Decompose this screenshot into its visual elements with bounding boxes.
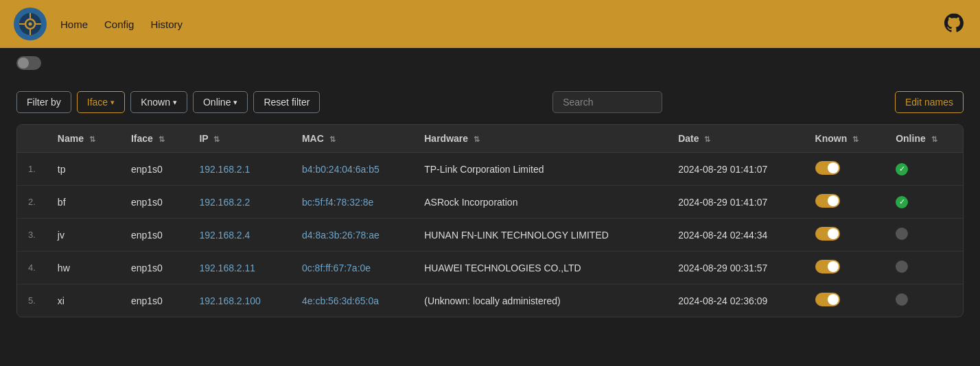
- table-row: 5.xienp1s0192.168.2.1004e:cb:56:3d:65:0a…: [17, 284, 963, 317]
- offline-indicator: [896, 260, 908, 273]
- svg-point-2: [29, 23, 32, 26]
- col-num: [17, 125, 47, 153]
- cell-mac[interactable]: b4:b0:24:04:6a:b5: [291, 153, 413, 186]
- sort-online-icon: ⇅: [931, 135, 937, 144]
- table-row: 2.bfenp1s0192.168.2.2bc:5f:f4:78:32:8eAS…: [17, 186, 963, 219]
- cell-online: [885, 219, 963, 252]
- table-row: 1.tpenp1s0192.168.2.1b4:b0:24:04:6a:b5TP…: [17, 153, 963, 186]
- cell-mac[interactable]: 0c:8f:ff:67:7a:0e: [291, 252, 413, 284]
- nav-home[interactable]: Home: [60, 19, 88, 30]
- app-logo: [14, 8, 47, 40]
- cell-online: [885, 153, 963, 186]
- reset-filter-button[interactable]: Reset filter: [253, 91, 320, 113]
- cell-num: 3.: [17, 219, 47, 252]
- cell-hardware: HUAWEI TECHNOLOGIES CO.,LTD: [413, 252, 667, 284]
- cell-iface: enp1s0: [120, 284, 188, 317]
- col-online[interactable]: Online ⇅: [885, 125, 963, 153]
- sort-name-icon: ⇅: [89, 135, 95, 144]
- sort-known-icon: ⇅: [852, 135, 859, 144]
- filter-by-button[interactable]: Filter by: [16, 91, 71, 113]
- cell-hardware: ASRock Incorporation: [413, 186, 667, 219]
- col-known[interactable]: Known ⇅: [804, 125, 885, 153]
- cell-date: 2024-08-29 00:31:57: [667, 252, 804, 284]
- cell-online: [885, 284, 963, 317]
- cell-name: hw: [47, 252, 120, 284]
- cell-date: 2024-08-29 01:41:07: [667, 186, 804, 219]
- cell-ip[interactable]: 192.168.2.2: [188, 186, 291, 219]
- cell-mac[interactable]: bc:5f:f4:78:32:8e: [291, 186, 413, 219]
- cell-num: 2.: [17, 186, 47, 219]
- filter-bar: Filter by Iface Known Online Reset filte…: [16, 80, 964, 124]
- cell-name: bf: [47, 186, 120, 219]
- dark-mode-toggle[interactable]: [16, 56, 41, 70]
- cell-known: [804, 219, 885, 252]
- nav-history[interactable]: History: [150, 19, 183, 30]
- known-filter-button[interactable]: Known: [130, 91, 187, 113]
- known-toggle[interactable]: [815, 293, 840, 306]
- table-row: 3.jvenp1s0192.168.2.4d4:8a:3b:26:78:aeHU…: [17, 219, 963, 252]
- edit-names-button[interactable]: Edit names: [895, 91, 964, 113]
- table-header-row: Name ⇅ Iface ⇅ IP ⇅ MAC ⇅ Hardware ⇅ Dat…: [17, 125, 963, 153]
- cell-num: 1.: [17, 153, 47, 186]
- cell-known: [804, 252, 885, 284]
- online-indicator: [896, 196, 908, 208]
- known-toggle[interactable]: [815, 227, 840, 241]
- cell-iface: enp1s0: [120, 153, 188, 186]
- sort-date-icon: ⇅: [704, 135, 710, 144]
- known-toggle[interactable]: [815, 260, 840, 273]
- online-filter-button[interactable]: Online: [193, 91, 248, 113]
- github-icon[interactable]: [944, 14, 964, 35]
- cell-ip[interactable]: 192.168.2.1: [188, 153, 291, 186]
- device-table-container: Name ⇅ Iface ⇅ IP ⇅ MAC ⇅ Hardware ⇅ Dat…: [16, 124, 964, 317]
- table-row: 4.hwenp1s0192.168.2.110c:8f:ff:67:7a:0eH…: [17, 252, 963, 284]
- nav-config[interactable]: Config: [104, 19, 134, 30]
- cell-hardware: HUNAN FN-LINK TECHNOLOGY LIMITED: [413, 219, 667, 252]
- cell-num: 4.: [17, 252, 47, 284]
- cell-mac[interactable]: d4:8a:3b:26:78:ae: [291, 219, 413, 252]
- sort-mac-icon: ⇅: [329, 135, 336, 144]
- table-body: 1.tpenp1s0192.168.2.1b4:b0:24:04:6a:b5TP…: [17, 153, 963, 317]
- online-indicator: [896, 163, 908, 175]
- cell-mac[interactable]: 4e:cb:56:3d:65:0a: [291, 284, 413, 317]
- sort-ip-icon: ⇅: [213, 135, 220, 144]
- cell-known: [804, 186, 885, 219]
- cell-name: jv: [47, 219, 120, 252]
- cell-known: [804, 284, 885, 317]
- cell-num: 5.: [17, 284, 47, 317]
- cell-hardware: (Unknown: locally administered): [413, 284, 667, 317]
- cell-iface: enp1s0: [120, 186, 188, 219]
- cell-iface: enp1s0: [120, 219, 188, 252]
- iface-filter-button[interactable]: Iface: [77, 91, 125, 113]
- cell-ip[interactable]: 192.168.2.100: [188, 284, 291, 317]
- cell-known: [804, 153, 885, 186]
- cell-hardware: TP-Link Corporation Limited: [413, 153, 667, 186]
- cell-date: 2024-08-24 02:44:34: [667, 219, 804, 252]
- col-hardware[interactable]: Hardware ⇅: [413, 125, 667, 153]
- dark-mode-bar: [0, 48, 980, 80]
- cell-name: tp: [47, 153, 120, 186]
- cell-online: [885, 186, 963, 219]
- cell-date: 2024-08-29 01:41:07: [667, 153, 804, 186]
- col-iface[interactable]: Iface ⇅: [120, 125, 188, 153]
- col-date[interactable]: Date ⇅: [667, 125, 804, 153]
- col-mac[interactable]: MAC ⇅: [291, 125, 413, 153]
- search-input[interactable]: [552, 91, 662, 113]
- sort-hardware-icon: ⇅: [474, 135, 480, 144]
- known-toggle[interactable]: [815, 194, 840, 208]
- nav-links: Home Config History: [60, 19, 183, 30]
- col-ip[interactable]: IP ⇅: [188, 125, 291, 153]
- cell-iface: enp1s0: [120, 252, 188, 284]
- known-toggle[interactable]: [815, 161, 840, 175]
- offline-indicator: [896, 228, 908, 240]
- sort-iface-icon: ⇅: [159, 135, 165, 144]
- main-content: Filter by Iface Known Online Reset filte…: [0, 80, 980, 334]
- device-table: Name ⇅ Iface ⇅ IP ⇅ MAC ⇅ Hardware ⇅ Dat…: [17, 125, 963, 317]
- offline-indicator: [896, 293, 908, 306]
- cell-ip[interactable]: 192.168.2.4: [188, 219, 291, 252]
- col-name[interactable]: Name ⇅: [47, 125, 120, 153]
- cell-name: xi: [47, 284, 120, 317]
- cell-online: [885, 252, 963, 284]
- cell-ip[interactable]: 192.168.2.11: [188, 252, 291, 284]
- cell-date: 2024-08-24 02:36:09: [667, 284, 804, 317]
- navbar: Home Config History: [0, 0, 980, 48]
